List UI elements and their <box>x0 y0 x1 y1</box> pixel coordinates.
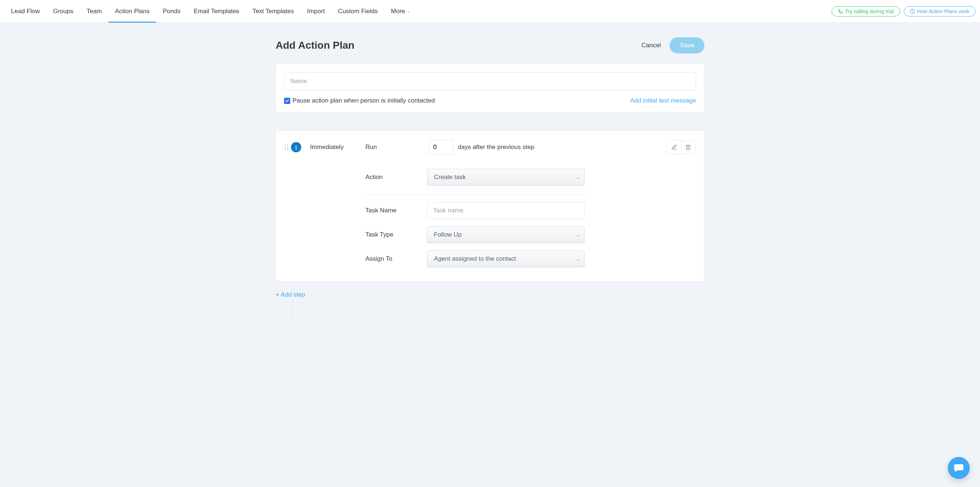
assign-to-row: Assign To Agent assigned to the contact … <box>365 247 695 271</box>
nav-ponds[interactable]: Ponds <box>156 0 187 22</box>
run-label: Run <box>365 144 424 151</box>
task-name-input[interactable] <box>427 202 585 219</box>
save-button[interactable]: Save <box>670 37 705 54</box>
chevron-down-icon: ⌄ <box>407 9 410 14</box>
step-form: Action Create task ⌄ Task Name Task Type… <box>365 165 695 271</box>
page: Add Action Plan Cancel Save Pause action… <box>275 23 705 328</box>
nav-more[interactable]: More ⌄ <box>385 0 417 22</box>
edit-step-button[interactable] <box>667 141 681 154</box>
step-actions <box>667 140 695 154</box>
chat-widget-button[interactable] <box>948 457 970 479</box>
edit-icon <box>671 144 677 151</box>
task-type-label: Task Type <box>365 231 424 238</box>
nav-lead-flow[interactable]: Lead Flow <box>5 0 46 22</box>
nav-text-templates[interactable]: Text Templates <box>246 0 301 22</box>
nav-team[interactable]: Team <box>80 0 108 22</box>
action-row: Action Create task ⌄ <box>365 165 695 189</box>
task-type-row: Task Type Follow Up ⌄ <box>365 223 695 247</box>
action-label: Action <box>365 174 424 181</box>
run-cell: days after the previous step <box>428 140 662 155</box>
nav-custom-fields[interactable]: Custom Fields <box>331 0 385 22</box>
plan-name-input[interactable] <box>284 72 696 90</box>
page-actions: Cancel Save <box>641 37 705 54</box>
task-type-select[interactable]: Follow Up <box>427 226 585 243</box>
nav-groups[interactable]: Groups <box>46 0 80 22</box>
step-index: 1 Immediately <box>285 142 361 152</box>
nav-email-templates[interactable]: Email Templates <box>187 0 245 22</box>
step-timing-label: Immediately <box>310 144 344 151</box>
top-nav: Lead Flow Groups Team Action Plans Ponds… <box>0 0 980 23</box>
delete-step-button[interactable] <box>681 141 695 154</box>
how-action-plans-button[interactable]: How Action Plans work <box>904 6 975 16</box>
action-select[interactable]: Create task <box>427 169 585 186</box>
nav-action-plans[interactable]: Action Plans <box>108 0 156 22</box>
plan-settings-card: Pause action plan when person is initial… <box>275 64 705 113</box>
task-name-label: Task Name <box>365 207 424 214</box>
step-head: 1 Immediately Run days after the previou… <box>285 140 695 155</box>
add-initial-text-link[interactable]: Add initial text message <box>630 97 696 104</box>
phone-icon <box>838 9 843 14</box>
try-calling-button[interactable]: Try calling during trial <box>832 6 900 16</box>
pause-label: Pause action plan when person is initial… <box>293 97 435 104</box>
days-after-text: days after the previous step <box>458 144 535 151</box>
nav-right: Try calling during trial How Action Plan… <box>832 6 975 16</box>
drag-handle-icon[interactable] <box>285 144 288 150</box>
step-number-badge: 1 <box>291 142 301 152</box>
pause-checkbox[interactable] <box>284 98 290 104</box>
plan-options-row: Pause action plan when person is initial… <box>284 97 696 104</box>
divider <box>365 194 589 195</box>
page-title: Add Action Plan <box>275 40 355 51</box>
assign-to-select[interactable]: Agent assigned to the contact <box>427 251 585 267</box>
nav-items: Lead Flow Groups Team Action Plans Ponds… <box>5 0 417 22</box>
info-icon <box>910 9 915 14</box>
task-name-row: Task Name <box>365 198 695 223</box>
step-card-1: 1 Immediately Run days after the previou… <box>275 130 705 282</box>
chat-icon <box>953 462 964 473</box>
timeline: 1 Immediately Run days after the previou… <box>275 130 705 298</box>
cancel-button[interactable]: Cancel <box>641 42 661 49</box>
trash-icon <box>685 144 691 151</box>
add-step-button[interactable]: + Add step <box>275 291 305 298</box>
page-head: Add Action Plan Cancel Save <box>275 37 705 54</box>
nav-import[interactable]: Import <box>301 0 331 22</box>
assign-to-label: Assign To <box>365 255 424 263</box>
days-input[interactable] <box>428 140 453 155</box>
